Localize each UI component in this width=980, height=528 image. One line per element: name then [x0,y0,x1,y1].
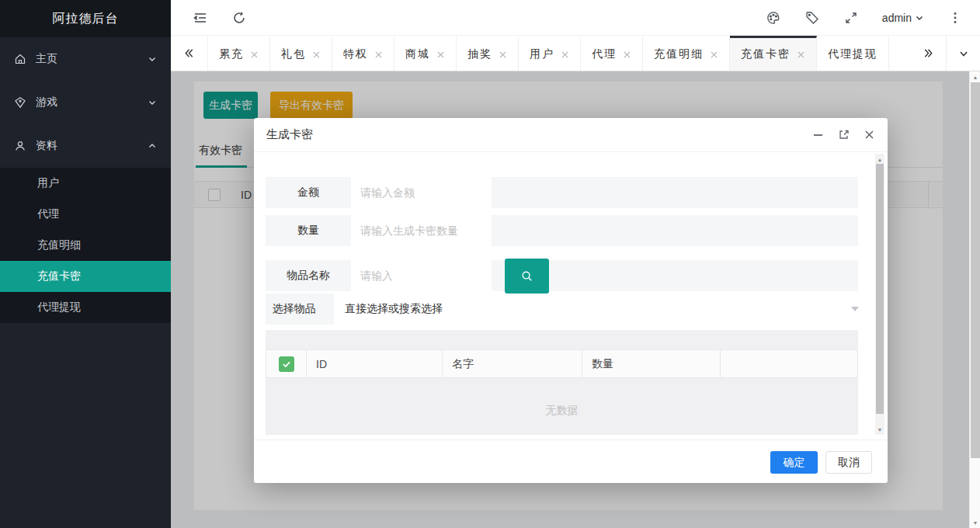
tab-label: 代理提现 [828,47,877,61]
confirm-button[interactable]: 确定 [770,451,818,474]
sidebar-item-recharge-details[interactable]: 充值明细 [0,230,171,261]
tab-label: 充值明细 [654,47,704,61]
tab-chongzhi-mingxi[interactable]: 充值明细 [643,36,730,71]
chevron-down-icon [958,48,969,59]
kebab-menu-icon[interactable] [947,10,963,26]
tab-shangcheng[interactable]: 商城 [394,36,457,71]
item-name-label: 物品名称 [266,260,351,291]
tab-tequan[interactable]: 特权 [332,36,394,71]
tab-label: 礼包 [281,47,306,61]
amount-field-row: 金额 [266,177,858,208]
tab-leichong[interactable]: 累充 [208,36,270,71]
tab-label: 充值卡密 [741,47,791,61]
sidebar-item-agents[interactable]: 代理 [0,199,171,230]
refresh-icon[interactable] [231,10,247,26]
submenu-label: 充值卡密 [37,269,81,283]
profile-icon [14,140,26,152]
username: admin [882,12,912,24]
maximize-icon[interactable] [838,129,850,141]
item-name-field-row: 物品名称 [266,260,858,291]
page-scrollbar[interactable]: ▲ ▼ [969,71,980,528]
close-tab-icon[interactable] [250,50,259,59]
close-tab-icon[interactable] [436,50,445,59]
scroll-down-arrow-icon[interactable]: ▼ [970,517,980,528]
tabbar-spacer [889,36,910,71]
tab-bar: 累充 礼包 特权 商城 抽奖 用户 代理 充值明细 [171,36,980,71]
modal-scrollbar-thumb[interactable] [876,164,884,414]
dropdown-caret-icon [851,307,859,311]
close-icon[interactable] [864,129,875,141]
tab-chongzhi-kami[interactable]: 充值卡密 [730,36,817,71]
modal-footer: 确定 取消 [254,439,888,483]
close-tab-icon[interactable] [561,50,569,59]
check-icon [282,360,291,369]
app-window: 阿拉德后台 主页 游戏 资料 [0,0,980,528]
theme-palette-icon[interactable] [766,10,781,26]
page-scrollbar-thumb[interactable] [971,82,980,458]
column-header-id: ID [307,349,443,378]
close-tab-icon[interactable] [499,50,507,59]
item-name-input[interactable] [351,260,492,291]
tab-daili[interactable]: 代理 [581,36,643,71]
game-icon [14,96,26,109]
scroll-up-arrow-icon[interactable]: ▲ [970,71,980,82]
user-menu[interactable]: admin [882,12,924,24]
tabs-dropdown-button[interactable] [946,36,980,71]
submenu-label: 充值明细 [37,238,81,252]
generate-card-modal: 生成卡密 金额 数量 物品名称 [254,118,888,483]
close-tab-icon[interactable] [374,50,383,59]
scroll-up-arrow-icon[interactable]: ▲ [875,154,884,165]
submenu-label: 代理提现 [37,300,81,314]
item-select-dropdown[interactable]: 直接选择或搜索选择 [334,294,870,325]
quantity-input[interactable] [351,215,492,246]
sidebar-item-agent-withdraw[interactable]: 代理提现 [0,292,171,323]
select-all-checkbox-checked[interactable] [279,356,294,372]
chevron-down-icon [148,98,157,107]
search-icon [520,269,533,283]
sidebar-item-recharge-cards[interactable]: 充值卡密 [0,261,171,292]
tag-icon[interactable] [805,10,820,26]
close-tab-icon[interactable] [312,50,321,59]
amount-label: 金额 [266,177,351,208]
sidebar-item-game[interactable]: 游戏 [0,81,171,124]
item-selection-table: ID 名字 数量 无数据 [266,330,858,435]
tab-yonghu[interactable]: 用户 [519,36,581,71]
tab-libao[interactable]: 礼包 [270,36,332,71]
select-item-label: 选择物品 [266,294,322,325]
sidebar-item-home[interactable]: 主页 [0,37,171,81]
tabs-scroll-right-button[interactable] [910,36,946,71]
close-tab-icon[interactable] [710,50,718,59]
sidebar-item-label: 游戏 [36,96,148,109]
fullscreen-icon[interactable] [843,10,859,26]
cancel-button[interactable]: 取消 [825,451,872,474]
column-header-blank [721,349,858,378]
tab-label: 特权 [343,47,368,61]
sidebar-item-profile[interactable]: 资料 [0,124,171,168]
chevron-up-icon [148,141,157,151]
tab-label: 用户 [530,47,554,61]
modal-header: 生成卡密 [254,118,888,152]
modal-scrollbar[interactable]: ▲ ▼ [875,154,884,435]
chevron-down-icon [148,54,157,64]
empty-data-text: 无数据 [266,404,858,418]
tabs-scroll-left-button[interactable] [171,36,208,71]
double-chevron-right-icon [923,47,934,59]
close-tab-icon[interactable] [797,50,805,59]
chevron-down-icon [915,13,924,23]
column-header-name: 名字 [443,349,582,378]
sidebar-item-users[interactable]: 用户 [0,168,171,199]
amount-input[interactable] [351,177,492,208]
tab-choujiang[interactable]: 抽奖 [457,36,519,71]
submenu-label: 代理 [37,207,59,221]
minimize-icon[interactable] [812,129,824,141]
item-table-header: ID 名字 数量 [266,349,858,378]
tab-daili-tixian[interactable]: 代理提现 [817,36,889,71]
search-item-button[interactable] [505,259,549,294]
close-tab-icon[interactable] [623,50,631,59]
select-item-field-row: 选择物品 直接选择或搜索选择 [266,294,858,325]
tab-label: 累充 [219,47,244,61]
app-title: 阿拉德后台 [0,0,171,37]
column-header-quantity: 数量 [582,349,721,378]
scroll-down-arrow-icon[interactable]: ▼ [875,424,884,435]
collapse-sidebar-icon[interactable] [193,10,208,26]
